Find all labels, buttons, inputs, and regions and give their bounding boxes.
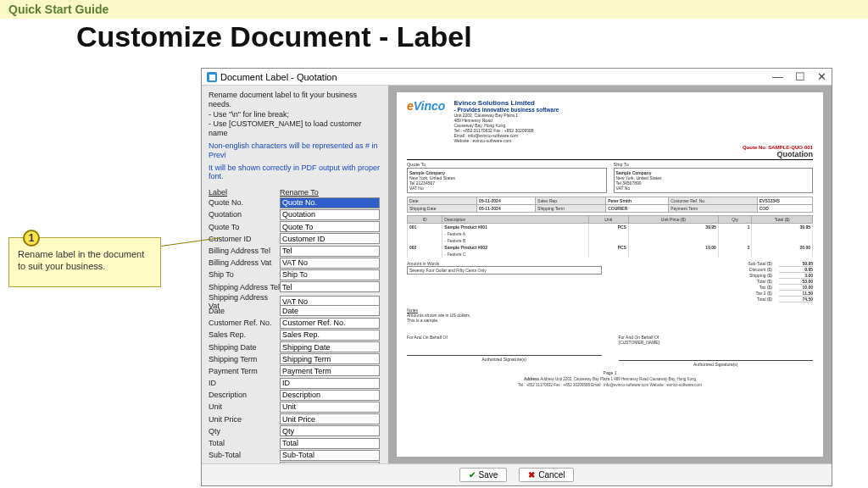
instr-line: - Use "\n" for line break;	[209, 110, 381, 119]
company-tagline: - Provides innovative business software	[453, 107, 559, 113]
document-title: Quotation	[407, 150, 813, 160]
company-name: Evinco Solutions Limited	[453, 99, 559, 107]
rename-input[interactable]	[280, 413, 380, 424]
label-row: Shipping Address Tel	[209, 280, 381, 292]
titlebar: Document Label - Quotation — ☐ ✕	[202, 69, 832, 86]
app-icon	[207, 72, 217, 82]
label-name: Qty	[209, 427, 280, 435]
label-name: Quotation	[209, 210, 280, 219]
totals-row: Total ($)53.00	[721, 279, 813, 285]
annotation-callout: 1 Rename label in the document to suit y…	[8, 237, 161, 287]
callout-text: Rename label in the document to suit you…	[18, 249, 144, 271]
page-title: Customize Document - Label	[76, 20, 868, 53]
rename-input[interactable]	[280, 281, 380, 292]
instr-note: It will be shown correctly in PDF output…	[209, 164, 381, 182]
label-row: Qty	[209, 425, 381, 437]
cancel-button[interactable]: ✖Cancel	[519, 468, 574, 482]
document-preview: eVinco Evinco Solutions Limited - Provid…	[397, 92, 823, 457]
rename-input[interactable]	[280, 402, 380, 413]
maximize-button[interactable]: ☐	[795, 70, 805, 83]
shipping-address: Sample Company New York, United States T…	[614, 168, 814, 193]
close-button[interactable]: ✕	[817, 70, 826, 83]
label-edit-panel: Rename document label to fit your busine…	[202, 86, 388, 463]
page-number: Page 1	[407, 370, 813, 375]
cross-icon: ✖	[528, 470, 535, 480]
rename-input[interactable]	[280, 425, 380, 436]
label-row: Total	[209, 437, 381, 449]
rename-input[interactable]	[280, 197, 380, 208]
label-name: Unit Price	[209, 415, 280, 424]
label-name: Shipping Term	[209, 355, 280, 363]
totals-row: Sub-Total ($)59.95	[721, 261, 813, 267]
totals-row: Tax ($)10.00	[721, 285, 813, 291]
totals-row: Total ($)74.50	[721, 297, 813, 302]
billing-address: Sample Company New York, United States T…	[407, 168, 607, 193]
rename-input[interactable]	[280, 258, 380, 269]
rename-input[interactable]	[280, 330, 380, 341]
rename-input[interactable]	[280, 233, 380, 244]
items-table: ID Description Unit Unit Price ($) Qty T…	[407, 215, 813, 258]
callout-number: 1	[23, 230, 40, 247]
label-row: Quote No.	[209, 197, 381, 208]
item-row: - Feature C	[408, 251, 813, 258]
label-row: Shipping Address Vat	[209, 293, 381, 305]
col-header-label: Label	[209, 188, 280, 197]
rename-input[interactable]	[280, 318, 380, 329]
rename-input[interactable]	[280, 305, 380, 316]
website: Website : evinco-software.com	[453, 138, 559, 143]
label-name: Customer ID	[209, 235, 280, 243]
label-name: Billing Address Tel	[209, 247, 280, 255]
label-name: Unit	[209, 402, 280, 411]
preview-panel: eVinco Evinco Solutions Limited - Provid…	[388, 86, 832, 463]
label-name: Billing Address Vat	[209, 258, 280, 267]
rename-input[interactable]	[280, 390, 380, 401]
label-row: Ship To	[209, 269, 381, 280]
rename-input[interactable]	[280, 378, 380, 389]
label-row: Quote To	[209, 221, 381, 233]
rename-input[interactable]	[280, 438, 380, 449]
instr-line: - Use [CUSTOMER_NAME] to load customer n…	[209, 119, 381, 138]
rename-input[interactable]	[280, 353, 380, 364]
rename-input[interactable]	[280, 365, 380, 376]
label-row: Description	[209, 389, 381, 401]
behalf-left: For And On Behalf Of	[407, 335, 602, 340]
item-row: - Feature B	[408, 237, 813, 244]
label-row: Billing Address Tel	[209, 245, 381, 257]
item-row: - Feature A	[408, 230, 813, 237]
footer-address: Address Address Unit 2202, Causeway Bay …	[407, 377, 813, 381]
label-row: Payment Term	[209, 365, 381, 377]
label-name: Sub-Total	[209, 451, 280, 459]
label-name: Shipping Date	[209, 343, 280, 352]
label-name: ID	[209, 379, 280, 387]
label-row: ID	[209, 377, 381, 389]
totals-block: Sub-Total ($)59.95Discount ($)9.95Shippi…	[721, 261, 813, 302]
col-header-rename: Rename To	[280, 188, 385, 197]
rename-input[interactable]	[280, 341, 380, 352]
minimize-button[interactable]: —	[772, 70, 783, 83]
signature-line: Authorized Signature(s)	[407, 355, 602, 362]
label-name: Payment Term	[209, 367, 280, 375]
behalf-right-name: [CUSTOMER_NAME]	[619, 340, 814, 345]
rename-input[interactable]	[280, 246, 380, 257]
rename-input[interactable]	[280, 209, 380, 220]
rename-input[interactable]	[280, 450, 380, 461]
label-row: Date	[209, 305, 381, 317]
label-name: Description	[209, 391, 280, 399]
instructions: Rename document label to fit your busine…	[209, 91, 381, 181]
instr-note: Non-english characters will be represent…	[209, 141, 381, 160]
label-row: Customer Ref. No.	[209, 317, 381, 329]
label-row: Quotation	[209, 208, 381, 220]
label-row: Shipping Term	[209, 353, 381, 365]
amount-words: Seventy Four Dollar and Fifty Cents Only	[407, 266, 602, 274]
totals-row: Tax 2 ($)11.50	[721, 291, 813, 297]
button-bar: ✔Save ✖Cancel	[202, 463, 832, 485]
label-name: Customer Ref. No.	[209, 319, 280, 327]
label-row: Sales Rep.	[209, 329, 381, 341]
save-button[interactable]: ✔Save	[459, 468, 508, 482]
label-name: Quote To	[209, 223, 280, 231]
window-title: Document Label - Quotation	[220, 72, 337, 82]
rename-input[interactable]	[280, 221, 380, 232]
label-name: Ship To	[209, 270, 280, 279]
rename-input[interactable]	[280, 269, 380, 280]
quote-to-label: Quote To	[407, 162, 607, 167]
